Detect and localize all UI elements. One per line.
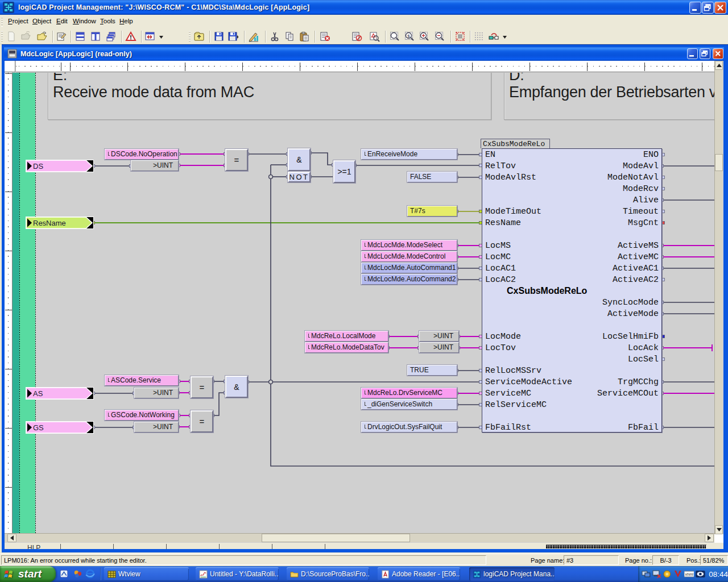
svg-text:GS: GS — [33, 423, 44, 432]
svg-text:$: $ — [407, 34, 410, 39]
svg-text:ResName: ResName — [33, 219, 66, 227]
svg-text:AS: AS — [33, 389, 43, 398]
svg-text:DS: DS — [33, 162, 43, 171]
svg-text:xhml: xhml — [685, 572, 693, 576]
